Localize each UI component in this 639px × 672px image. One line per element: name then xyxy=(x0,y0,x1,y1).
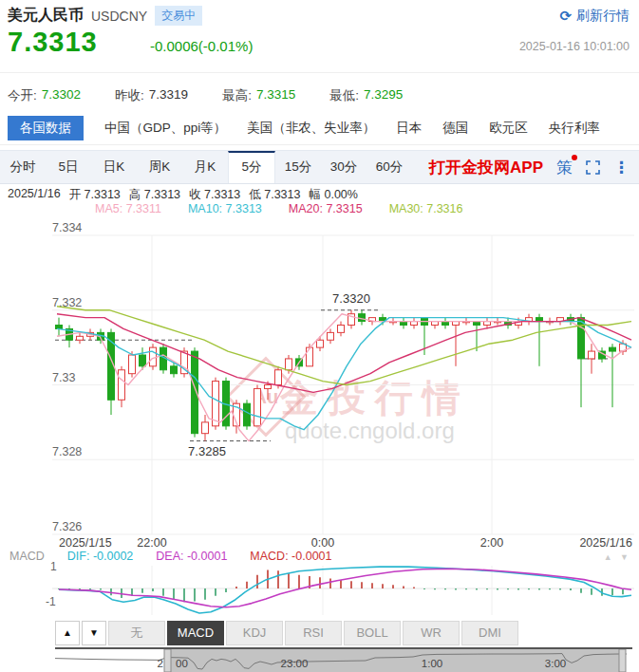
stat-0: 今开:7.3302 xyxy=(8,87,81,104)
refresh-icon: ⟳ xyxy=(559,8,572,25)
strategy-button[interactable]: 策 xyxy=(556,157,573,178)
period-tab-4[interactable]: 月K xyxy=(182,151,228,183)
stat-label-1: 昨收: xyxy=(115,87,144,104)
period-tab-6[interactable]: 15分 xyxy=(275,151,321,183)
macd-legend-0: DIF: -0.0002 xyxy=(67,550,133,563)
indicator-scroll-arrows[interactable]: ▲ ▼ xyxy=(604,552,631,562)
usdcny-quote-page: 美元人民币 USDCNY 交易中 ⟳ 刷新行情 7.3313 -0.0006(-… xyxy=(0,0,639,672)
svg-text:7.3285: 7.3285 xyxy=(188,444,226,458)
macd-legend-1: DEA: -0.0001 xyxy=(156,550,227,563)
header: 美元人民币 USDCNY 交易中 xyxy=(8,6,202,26)
divider xyxy=(0,72,639,73)
ma-legend-1: MA10: 7.3313 xyxy=(188,202,262,215)
stat-value-1: 7.3319 xyxy=(149,87,188,104)
period-tab-7[interactable]: 30分 xyxy=(321,151,366,183)
y-tick-0: 7.334 xyxy=(52,221,82,234)
period-tab-5[interactable]: 5分 xyxy=(228,151,275,183)
x-axis: 2025/1/1522:000:002:002025/1/16 xyxy=(0,536,639,550)
period-tab-1[interactable]: 5日 xyxy=(46,151,91,183)
period-tab-2[interactable]: 日K xyxy=(91,151,137,183)
stat-1: 昨收:7.3319 xyxy=(115,87,188,104)
x-tick-1: 22:00 xyxy=(137,536,166,550)
y-tick-3: 7.328 xyxy=(52,445,82,458)
stat-2: 最高:7.3315 xyxy=(222,87,295,104)
macd-chart xyxy=(0,564,639,619)
x-tick-2: 0:00 xyxy=(311,536,334,550)
current-price: 7.3313 xyxy=(8,27,98,58)
range-navigator[interactable]: 20023:001:003:00 xyxy=(55,647,632,672)
navigator-handle-left[interactable] xyxy=(164,649,171,672)
y-tick-2: 7.33 xyxy=(52,371,75,384)
stat-value-3: 7.3295 xyxy=(364,87,403,104)
stats-row: 今开:7.3302昨收:7.3319最高:7.3315最低:7.3295 xyxy=(8,87,403,104)
nation-tab-6[interactable]: 央行利率 xyxy=(549,120,600,137)
indicator-tab-RSI[interactable]: RSI xyxy=(285,621,342,645)
ohlc-item-1: 开 7.3313 xyxy=(69,187,121,203)
stat-value-2: 7.3315 xyxy=(256,87,295,104)
navigator-label-2: 23:00 xyxy=(281,658,309,669)
macd-legend-row: MACDDIF: -0.0002DEA: -0.0001MACD: -0.000… xyxy=(9,550,332,563)
indicator-tab-WR[interactable]: WR xyxy=(403,621,460,645)
period-tabs: 分时5日日K周K月K5分15分30分60分 xyxy=(0,151,412,183)
trading-status-badge: 交易中 xyxy=(155,6,202,26)
stat-label-2: 最高: xyxy=(222,87,252,104)
page-title: 美元人民币 xyxy=(8,6,84,26)
ohlc-item-2: 高 7.3313 xyxy=(129,187,180,203)
navigator-label-3: 1:00 xyxy=(422,658,442,669)
ohlc-item-5: 幅 0.00% xyxy=(309,187,357,203)
indicator-tab-bar: ▲▼无MACDKDJRSIBOLLWRDMI xyxy=(55,621,518,645)
indicator-tab-无[interactable]: 无 xyxy=(108,621,165,645)
fullscreen-icon[interactable] xyxy=(586,160,600,175)
quote-timestamp: 2025-01-16 10:01:00 xyxy=(519,40,630,53)
x-tick-3: 2:00 xyxy=(480,536,503,550)
divider xyxy=(0,144,639,145)
indicator-tab-BOLL[interactable]: BOLL xyxy=(344,621,401,645)
y-tick-4: 7.326 xyxy=(52,520,82,533)
nation-tab-0[interactable]: 各国数据 xyxy=(8,116,84,140)
symbol-code: USDCNY xyxy=(91,9,147,24)
indicator-tab-MACD[interactable]: MACD xyxy=(167,621,224,645)
more-menu-icon[interactable]: ⋮ xyxy=(613,160,630,175)
y-tick-1: 7.332 xyxy=(52,296,82,309)
price-change: -0.0006(-0.01%) xyxy=(150,38,253,54)
nation-tab-3[interactable]: 日本 xyxy=(396,120,422,137)
refresh-quotes-button[interactable]: ⟳ 刷新行情 xyxy=(559,8,630,25)
svg-text:7.3320: 7.3320 xyxy=(332,291,370,306)
open-app-link[interactable]: 打开金投网APP xyxy=(429,157,543,178)
indicator-down-button[interactable]: ▼ xyxy=(82,621,106,645)
x-tick-0: 2025/1/15 xyxy=(59,536,112,550)
navigator-label-4: 3:00 xyxy=(545,658,566,669)
navigator-label-1: 00 xyxy=(176,658,188,669)
ohlc-item-0: 2025/1/16 xyxy=(8,187,61,203)
ma-legend-0: MA5: 7.3311 xyxy=(95,202,161,215)
toolbar-right: 打开金投网APP 策 ⋮ xyxy=(429,151,639,183)
period-tab-8[interactable]: 60分 xyxy=(366,151,412,183)
ohlc-item-3: 收 7.3313 xyxy=(189,187,240,203)
period-tab-bar: 分时5日日K周K月K5分15分30分60分 打开金投网APP 策 ⋮ xyxy=(0,150,639,184)
nation-tab-1[interactable]: 中国（GDP、ppi等） xyxy=(104,120,226,137)
ma-legend: MA5: 7.3311MA10: 7.3313MA20: 7.3315MA30:… xyxy=(95,202,462,215)
indicator-tab-KDJ[interactable]: KDJ xyxy=(226,621,283,645)
macd-legend-2: MACD: -0.0001 xyxy=(250,550,331,563)
nation-tab-5[interactable]: 欧元区 xyxy=(489,120,528,137)
navigator-handle-right[interactable] xyxy=(619,649,626,672)
indicator-up-button[interactable]: ▲ xyxy=(55,621,80,645)
stat-label-0: 今开: xyxy=(8,87,37,104)
x-tick-4: 2025/1/16 xyxy=(579,536,632,550)
nation-tab-4[interactable]: 德国 xyxy=(442,120,468,137)
stat-3: 最低:7.3295 xyxy=(329,87,403,104)
ma-legend-2: MA20: 7.3315 xyxy=(289,202,363,215)
candlestick-chart[interactable]: 7.33207.3285 xyxy=(0,216,639,536)
navigator-label-0: 2 xyxy=(158,658,163,669)
macd-pane-title: MACD xyxy=(9,550,45,563)
ma-legend-3: MA30: 7.3316 xyxy=(389,202,463,215)
notification-dot xyxy=(572,155,577,160)
stat-value-0: 7.3302 xyxy=(42,87,81,104)
period-tab-0[interactable]: 分时 xyxy=(0,151,46,183)
indicator-tab-DMI[interactable]: DMI xyxy=(461,621,518,645)
nation-tab-2[interactable]: 美国（非农、失业率） xyxy=(247,120,375,137)
stat-label-3: 最低: xyxy=(329,87,359,104)
nation-tabs: 各国数据中国（GDP、ppi等）美国（非农、失业率）日本德国欧元区央行利率 xyxy=(8,114,634,142)
period-tab-3[interactable]: 周K xyxy=(137,151,182,183)
ohlc-row: 2025/1/16开 7.3313高 7.3313收 7.3313低 7.331… xyxy=(8,187,358,203)
